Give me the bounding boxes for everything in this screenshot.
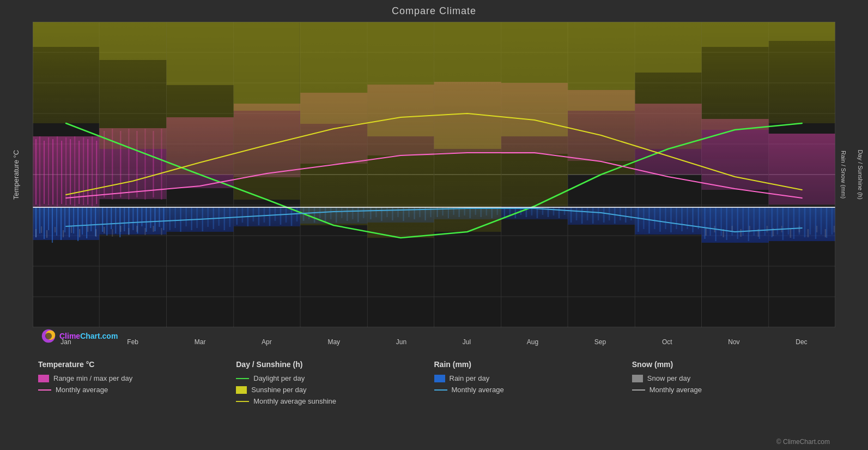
x-axis: Jan Feb Mar Apr May Jun Jul Aug Sep Oct … — [33, 338, 835, 349]
svg-rect-57 — [86, 207, 87, 238]
svg-rect-197 — [788, 207, 789, 235]
svg-rect-192 — [759, 207, 760, 239]
svg-rect-211 — [71, 226, 72, 233]
svg-rect-265 — [96, 141, 97, 204]
svg-rect-238 — [834, 226, 835, 232]
svg-rect-257 — [61, 141, 62, 204]
svg-rect-167 — [620, 207, 621, 220]
svg-rect-74 — [159, 207, 160, 227]
svg-rect-53 — [69, 207, 70, 237]
svg-rect-46 — [39, 207, 40, 233]
svg-rect-217 — [120, 226, 121, 232]
legend-col-snow: Snow (mm) Snow per day Monthly average — [632, 360, 830, 434]
svg-rect-218 — [128, 228, 129, 235]
legend-col-temperature: Temperature °C Range min / max per day M… — [38, 360, 236, 434]
svg-rect-176 — [670, 207, 671, 232]
svg-rect-250 — [769, 134, 835, 205]
legend-item-rain-avg: Monthly average — [434, 386, 632, 394]
svg-rect-186 — [726, 207, 727, 240]
chart-svg: 50 40 30 20 10 10 0 -10 -20 -30 -40 24 1… — [33, 22, 835, 327]
svg-rect-180 — [692, 207, 693, 232]
svg-rect-259 — [70, 139, 71, 205]
svg-rect-160 — [581, 207, 582, 224]
x-label-mar: Mar — [195, 338, 206, 349]
svg-rect-89 — [186, 207, 187, 226]
legend-area: Temperature °C Range min / max per day M… — [33, 352, 835, 439]
svg-rect-87 — [175, 207, 176, 228]
legend-item-temp-avg: Monthly average — [38, 386, 236, 394]
svg-rect-70 — [141, 207, 142, 226]
legend-item-sunshine-avg: Monthly average sunshine — [236, 397, 434, 405]
svg-rect-234 — [799, 226, 800, 232]
svg-rect-155 — [553, 207, 554, 215]
legend-label-temp-avg: Monthly average — [56, 386, 108, 394]
svg-rect-201 — [810, 207, 811, 235]
legend-line-rain-avg — [434, 389, 447, 391]
svg-rect-58 — [90, 207, 92, 231]
chart-area: 50 40 30 20 10 10 0 -10 -20 -30 -40 24 1… — [33, 22, 835, 327]
svg-rect-237 — [825, 229, 826, 237]
svg-rect-65 — [119, 207, 120, 237]
svg-rect-275 — [33, 22, 99, 47]
x-label-sep: Sep — [594, 338, 606, 349]
right-axis-label: Day / Sunshine (h)Rain / Snow (mm) — [835, 22, 868, 327]
svg-rect-173 — [654, 207, 655, 229]
svg-rect-287 — [434, 22, 501, 149]
svg-rect-210 — [63, 230, 64, 237]
svg-rect-293 — [635, 22, 701, 73]
svg-rect-196 — [782, 207, 784, 240]
svg-rect-72 — [150, 207, 151, 228]
chart-title: Compare Climate — [0, 0, 868, 17]
svg-rect-297 — [769, 22, 835, 41]
svg-rect-161 — [587, 207, 588, 220]
legend-item-sunshine-swatch: Sunshine per day — [236, 386, 434, 394]
svg-rect-194 — [772, 207, 773, 237]
svg-rect-190 — [748, 207, 749, 241]
svg-rect-215 — [104, 227, 105, 233]
main-container: Compare Climate Vancouver Vancouver Clim… — [0, 0, 868, 450]
svg-rect-198 — [793, 207, 794, 239]
x-label-apr: Apr — [262, 338, 272, 349]
svg-rect-295 — [702, 22, 769, 47]
legend-swatch-sunshine — [236, 386, 247, 394]
svg-rect-222 — [161, 228, 162, 235]
legend-line-daylight — [236, 378, 249, 379]
svg-rect-279 — [167, 22, 234, 85]
svg-rect-171 — [643, 207, 644, 229]
svg-rect-184 — [715, 207, 717, 241]
svg-rect-52 — [64, 207, 65, 232]
svg-rect-204 — [826, 207, 827, 238]
legend-label-snow-avg: Monthly average — [650, 386, 702, 394]
svg-rect-233 — [790, 229, 791, 238]
legend-label-daylight: Daylight per day — [253, 374, 305, 382]
svg-rect-108 — [291, 207, 292, 226]
legend-label-snow: Snow per day — [647, 374, 691, 382]
svg-rect-254 — [48, 137, 49, 205]
legend-item-temp-range: Range min / max per day — [38, 374, 236, 382]
svg-rect-235 — [808, 229, 809, 237]
svg-rect-64 — [115, 207, 116, 233]
svg-rect-51 — [60, 207, 62, 240]
legend-title-sunshine: Day / Sunshine (h) — [236, 360, 434, 369]
svg-rect-83 — [635, 207, 701, 235]
legend-line-sunshine-avg — [236, 401, 249, 402]
svg-rect-66 — [124, 207, 125, 231]
legend-label-temp-range: Range min / max per day — [53, 374, 132, 382]
svg-rect-260 — [74, 136, 75, 206]
svg-rect-175 — [665, 207, 666, 229]
svg-rect-48 — [48, 207, 49, 230]
svg-rect-185 — [721, 207, 722, 236]
svg-rect-256 — [57, 136, 58, 206]
svg-rect-263 — [87, 139, 88, 205]
svg-rect-206 — [35, 229, 37, 237]
svg-rect-105 — [275, 207, 276, 221]
legend-swatch-rain — [434, 375, 445, 382]
svg-rect-63 — [111, 207, 112, 229]
svg-rect-193 — [764, 207, 766, 236]
svg-rect-54 — [73, 207, 74, 233]
svg-rect-289 — [501, 22, 568, 136]
svg-rect-291 — [568, 22, 635, 111]
svg-rect-255 — [52, 139, 53, 205]
legend-label-sunshine-avg: Monthly average sunshine — [253, 397, 336, 405]
legend-swatch-temp-range — [38, 375, 49, 382]
